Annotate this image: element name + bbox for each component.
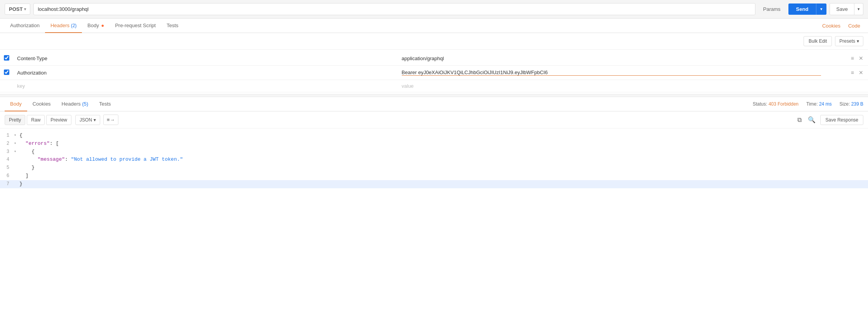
preview-button[interactable]: Preview [46, 115, 71, 125]
size-value: 239 B [851, 101, 863, 107]
save-button[interactable]: Save [830, 3, 854, 15]
tab-body[interactable]: Body ● [82, 19, 109, 33]
line-toggle [14, 180, 19, 181]
pretty-button[interactable]: Pretty [5, 115, 25, 125]
line-content: { [19, 132, 868, 140]
line-content: "errors": [ [19, 140, 868, 148]
right-links: Cookies Code [819, 19, 863, 33]
header-val-input-2[interactable] [402, 69, 821, 76]
line-toggle: ▾ [14, 132, 19, 139]
header-val-input-1[interactable] [402, 56, 821, 61]
header-key-input-2[interactable] [17, 70, 394, 76]
format-chevron-icon: ▾ [94, 117, 96, 123]
code-token: { [19, 132, 23, 138]
code-token: : [65, 156, 71, 162]
presets-label: Presets [839, 38, 855, 44]
tab-headers[interactable]: Headers (2) [45, 19, 82, 33]
code-token: ] [19, 173, 28, 179]
method-label: POST [9, 6, 23, 12]
code-token [19, 156, 38, 162]
code-token: "Not allowed to provide a JWT token." [71, 156, 183, 162]
code-line-1: 1▾{ [0, 132, 868, 140]
code-token: } [19, 181, 23, 187]
headers-toolbar: Bulk Edit Presets ▾ [0, 33, 868, 50]
top-bar: POST ▾ Params Send ▾ Save ▾ [0, 0, 868, 19]
wrap-icon[interactable]: ≡→ [103, 115, 118, 125]
send-dropdown-button[interactable]: ▾ [816, 3, 826, 15]
header-checkbox-cell-2 [0, 66, 13, 80]
header-delete-icon-2[interactable]: ✕ [858, 69, 864, 76]
resp-tab-tests[interactable]: Tests [94, 97, 116, 111]
time-label-text: Time: 24 ms [806, 101, 832, 107]
line-toggle [14, 164, 19, 165]
raw-button[interactable]: Raw [27, 115, 45, 125]
line-content: } [19, 180, 868, 188]
header-key-cell-empty [13, 80, 398, 92]
header-action-cell-2: ≡ ✕ [825, 66, 868, 80]
resp-headers-badge: (5) [82, 101, 88, 107]
response-right-actions: ⧉ 🔍 Save Response [796, 115, 863, 125]
presets-button[interactable]: Presets ▾ [835, 36, 863, 46]
url-input[interactable] [33, 3, 755, 15]
method-chevron-icon: ▾ [24, 7, 26, 11]
code-token [19, 141, 26, 146]
send-button[interactable]: Send [788, 3, 816, 15]
tab-pre-request[interactable]: Pre-request Script [109, 19, 161, 33]
format-select[interactable]: JSON ▾ [75, 115, 100, 125]
format-label: JSON [80, 117, 92, 123]
header-val-cell-empty [398, 80, 825, 92]
line-content: } [19, 164, 868, 172]
line-number: 6 [0, 172, 14, 180]
code-token: } [19, 165, 35, 170]
bulk-edit-button[interactable]: Bulk Edit [804, 36, 832, 46]
save-dropdown-button[interactable]: ▾ [854, 3, 863, 15]
cookies-link[interactable]: Cookies [819, 19, 844, 33]
headers-table: ≡ ✕ [0, 51, 868, 92]
code-line-6: 6 ] [0, 172, 868, 180]
header-action-cell-empty [825, 80, 868, 92]
header-checkbox-2[interactable] [4, 69, 9, 75]
code-area: 1▾{2▾ "errors": [3▾ {4 "message": "Not a… [0, 129, 868, 206]
header-delete-icon-1[interactable]: ✕ [858, 54, 864, 62]
params-button[interactable]: Params [759, 4, 785, 14]
header-key-input-1[interactable] [17, 56, 394, 61]
header-val-cell-2 [398, 66, 825, 80]
copy-button[interactable]: ⧉ [796, 115, 803, 125]
code-link[interactable]: Code [845, 19, 863, 33]
header-key-cell-1 [13, 51, 398, 66]
tab-authorization[interactable]: Authorization [5, 19, 45, 33]
time-value: 24 ms [819, 101, 832, 107]
code-token: { [19, 149, 35, 155]
header-val-cell-1 [398, 51, 825, 66]
resp-tab-body[interactable]: Body [5, 97, 27, 111]
line-number: 1 [0, 132, 14, 139]
line-toggle [14, 156, 19, 156]
search-button[interactable]: 🔍 [806, 115, 817, 125]
tab-tests[interactable]: Tests [161, 19, 184, 33]
line-toggle: ▾ [14, 140, 19, 147]
method-dropdown[interactable]: POST ▾ [5, 3, 30, 15]
resp-tab-cookies[interactable]: Cookies [27, 97, 56, 111]
header-key-input-empty[interactable] [17, 83, 394, 89]
line-content: { [19, 148, 868, 156]
response-status: Status: 403 Forbidden Time: 24 ms Size: … [753, 101, 863, 107]
header-reorder-icon-2[interactable]: ≡ [850, 69, 855, 76]
line-toggle [14, 172, 19, 173]
resp-tab-headers[interactable]: Headers (5) [56, 97, 94, 111]
code-line-3: 3▾ { [0, 148, 868, 156]
header-checkbox-cell-1 [0, 51, 13, 66]
line-number: 2 [0, 140, 14, 148]
save-group: Save ▾ [830, 3, 863, 15]
header-val-input-empty[interactable] [402, 83, 821, 89]
code-token: "errors" [26, 141, 50, 146]
header-reorder-icon-1[interactable]: ≡ [850, 54, 855, 62]
response-tabs-bar: Body Cookies Headers (5) Tests Status: 4… [0, 97, 868, 111]
save-response-button[interactable]: Save Response [820, 115, 863, 125]
header-actions-2: ≡ ✕ [829, 69, 864, 76]
header-row-2: ≡ ✕ [0, 66, 868, 80]
status-value: 403 Forbidden [769, 101, 799, 107]
headers-table-wrapper: ≡ ✕ [0, 50, 868, 94]
line-content: ] [19, 172, 868, 180]
header-row-1: ≡ ✕ [0, 51, 868, 66]
header-checkbox-1[interactable] [4, 55, 9, 61]
